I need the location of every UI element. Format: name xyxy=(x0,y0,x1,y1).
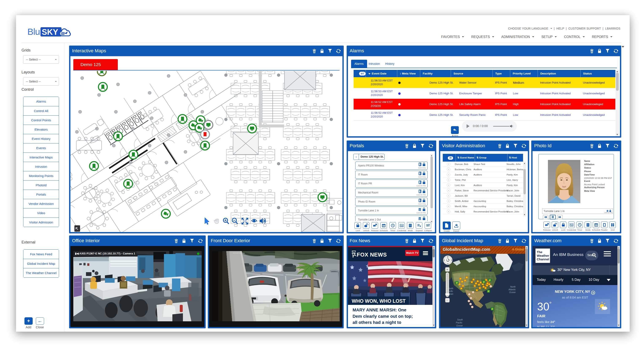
svg-text:!: ! xyxy=(470,303,471,305)
svg-text:+: + xyxy=(446,268,448,271)
svg-text:!: ! xyxy=(473,291,474,293)
svg-text:Blu: Blu xyxy=(28,27,40,37)
svg-text:Ocean: Ocean xyxy=(509,291,516,293)
svg-text:A2049P(1080p): A2049P(1080p) xyxy=(233,252,245,254)
svg-text:⚡: ⚡ xyxy=(482,281,485,283)
svg-text:North: North xyxy=(510,285,516,288)
svg-text:⚡: ⚡ xyxy=(456,281,458,284)
svg-text:!: ! xyxy=(469,300,469,302)
svg-text:Pacific: Pacific xyxy=(456,321,462,324)
svg-text:⚡: ⚡ xyxy=(491,308,494,310)
svg-text:Ocean: Ocean xyxy=(456,324,463,327)
svg-text:WHO WON, WHO LOST: WHO WON, WHO LOST xyxy=(352,298,406,304)
svg-text:-: - xyxy=(446,298,448,302)
svg-text:Atlantic: Atlantic xyxy=(508,288,516,291)
svg-text:South: South xyxy=(457,318,463,321)
svg-text:⚡: ⚡ xyxy=(487,290,490,293)
svg-text:FOX NEWS: FOX NEWS xyxy=(357,251,387,258)
svg-text:N: N xyxy=(447,257,448,258)
svg-text:!: ! xyxy=(472,306,473,308)
svg-text:⚡: ⚡ xyxy=(488,279,491,282)
svg-text:!: ! xyxy=(471,297,472,299)
svg-text:SKY: SKY xyxy=(42,28,58,37)
svg-text:!: ! xyxy=(469,293,470,295)
svg-text:!: ! xyxy=(490,285,491,287)
